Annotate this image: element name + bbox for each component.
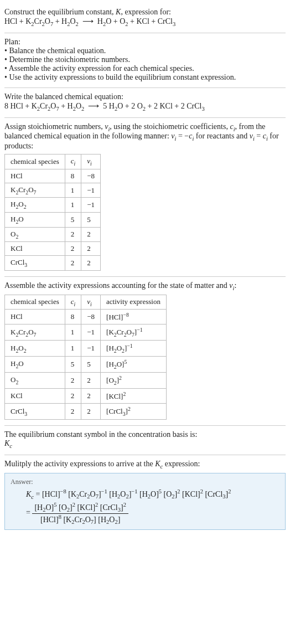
cell-ci: 2	[65, 389, 81, 404]
plan-heading: Plan:	[4, 38, 286, 47]
col-ci: ci	[65, 295, 81, 310]
fraction-denominator: [HCl]8 [K2Cr2O7] [H2O2]	[32, 514, 128, 525]
cell-ci: 1	[65, 324, 81, 341]
table-row: H2O55[H2O]5	[5, 357, 167, 373]
assign-text: Assign stoichiometric numbers, νi, using…	[4, 122, 286, 151]
answer-box: Answer: Kc = [HCl]−8 [K2Cr2O7]−1 [H2O2]−…	[4, 473, 286, 530]
symbol-text: The equilibrium constant symbol in the c…	[4, 430, 286, 439]
table-header-row: chemical species ci νi activity expressi…	[5, 295, 167, 310]
plan-item-text: Assemble the activity expression for eac…	[9, 64, 194, 73]
cell-species: K2Cr2O7	[5, 183, 65, 198]
cell-ci: 8	[65, 169, 81, 183]
cell-species: H2O	[5, 212, 65, 227]
activity-table: chemical species ci νi activity expressi…	[4, 295, 167, 420]
cell-species: KCl	[5, 389, 65, 404]
cell-species: K2Cr2O7	[5, 324, 65, 341]
cell-vi: 2	[81, 227, 101, 242]
cell-vi: −8	[81, 310, 101, 324]
table-row: KCl22[KCl]2	[5, 389, 167, 404]
table-row: H2O55	[5, 212, 101, 227]
plan-item: • Use the activity expressions to build …	[4, 73, 286, 82]
cell-species: KCl	[5, 242, 65, 256]
cell-species: HCl	[5, 169, 65, 183]
table-row: H2O21−1[H2O2]−1	[5, 341, 167, 357]
plan-item: • Assemble the activity expression for e…	[4, 64, 286, 73]
cell-activity: [CrCl3]2	[101, 404, 167, 420]
cell-activity: [H2O2]−1	[101, 341, 167, 357]
table-row: HCl8−8	[5, 169, 101, 183]
cell-ci: 5	[65, 357, 81, 373]
cell-species: CrCl3	[5, 256, 65, 271]
cell-ci: 2	[65, 227, 81, 242]
table-row: K2Cr2O71−1	[5, 183, 101, 198]
cell-vi: 2	[81, 373, 101, 389]
cell-species: H2O2	[5, 341, 65, 357]
table-row: O222	[5, 227, 101, 242]
fraction-numerator: [H2O]5 [O2]2 [KCl]2 [CrCl3]2	[32, 502, 128, 513]
cell-ci: 1	[65, 183, 81, 198]
plan-item-text: Use the activity expressions to build th…	[9, 73, 236, 81]
col-vi: νi	[81, 154, 101, 169]
col-ci: ci	[65, 154, 81, 169]
cell-vi: −1	[81, 341, 101, 357]
cell-ci: 2	[65, 256, 81, 271]
multiply-text: Mulitply the activity expressions to arr…	[4, 460, 286, 470]
cell-vi: 2	[81, 256, 101, 271]
plan-item: • Balance the chemical equation.	[4, 47, 286, 55]
equals-sign: =	[26, 509, 32, 517]
table-row: O222[O2]2	[5, 373, 167, 389]
cell-species: O2	[5, 227, 65, 242]
table-row: CrCl322[CrCl3]2	[5, 404, 167, 420]
table-row: CrCl322	[5, 256, 101, 271]
cell-vi: 2	[81, 389, 101, 404]
cell-ci: 2	[65, 373, 81, 389]
cell-vi: 5	[81, 357, 101, 373]
cell-activity: [K2Cr2O7]−1	[101, 324, 167, 341]
cell-species: H2O	[5, 357, 65, 373]
symbol-block: The equilibrium constant symbol in the c…	[4, 426, 286, 455]
col-activity-expression: activity expression	[101, 295, 167, 310]
col-species: chemical species	[5, 295, 65, 310]
plan-item-text: Determine the stoichiometric numbers.	[9, 55, 130, 64]
table-row: K2Cr2O71−1[K2Cr2O7]−1	[5, 324, 167, 341]
assign-block: Assign stoichiometric numbers, νi, using…	[4, 118, 286, 277]
table-header-row: chemical species ci νi	[5, 154, 101, 169]
activity-block: Assemble the activity expressions accoun…	[4, 277, 286, 426]
answer-line2: = [H2O]5 [O2]2 [KCl]2 [CrCl3]2 [HCl]8 [K…	[26, 502, 279, 525]
cell-species: HCl	[5, 310, 65, 324]
stoich-table: chemical species ci νi HCl8−8 K2Cr2O71−1…	[4, 154, 101, 271]
cell-ci: 1	[65, 198, 81, 213]
cell-vi: −1	[81, 183, 101, 198]
cell-vi: 2	[81, 242, 101, 256]
plan-item: • Determine the stoichiometric numbers.	[4, 55, 286, 64]
cell-species: H2O2	[5, 198, 65, 213]
cell-vi: 5	[81, 212, 101, 227]
cell-activity: [HCl]−8	[101, 310, 167, 324]
cell-activity: [KCl]2	[101, 389, 167, 404]
balanced-equation: 8 HCl + K2Cr2O7 + H2O2 ⟶ 5 H2O + 2 O2 + …	[4, 101, 286, 112]
cell-ci: 8	[65, 310, 81, 324]
balanced-block: Write the balanced chemical equation: 8 …	[4, 88, 286, 118]
answer-fraction: [H2O]5 [O2]2 [KCl]2 [CrCl3]2 [HCl]8 [K2C…	[32, 502, 128, 525]
col-vi: νi	[81, 295, 101, 310]
table-row: HCl8−8[HCl]−8	[5, 310, 167, 324]
answer-line1: Kc = [HCl]−8 [K2Cr2O7]−1 [H2O2]−1 [H2O]5…	[26, 488, 279, 499]
activity-text: Assemble the activity expressions accoun…	[4, 281, 286, 291]
cell-ci: 2	[65, 404, 81, 420]
table-row: KCl22	[5, 242, 101, 256]
answer-label: Answer:	[11, 478, 279, 486]
symbol-kc: Kc	[4, 439, 286, 449]
cell-vi: −8	[81, 169, 101, 183]
cell-species: CrCl3	[5, 404, 65, 420]
cell-activity: [H2O]5	[101, 357, 167, 373]
balanced-heading: Write the balanced chemical equation:	[4, 92, 286, 101]
cell-ci: 5	[65, 212, 81, 227]
plan-block: Plan: • Balance the chemical equation. •…	[4, 33, 286, 88]
cell-ci: 1	[65, 341, 81, 357]
cell-vi: 2	[81, 404, 101, 420]
intro-title: Construct the equilibrium constant, K, e…	[4, 8, 286, 17]
intro-block: Construct the equilibrium constant, K, e…	[4, 3, 286, 33]
cell-vi: −1	[81, 198, 101, 213]
cell-ci: 2	[65, 242, 81, 256]
table-row: H2O21−1	[5, 198, 101, 213]
